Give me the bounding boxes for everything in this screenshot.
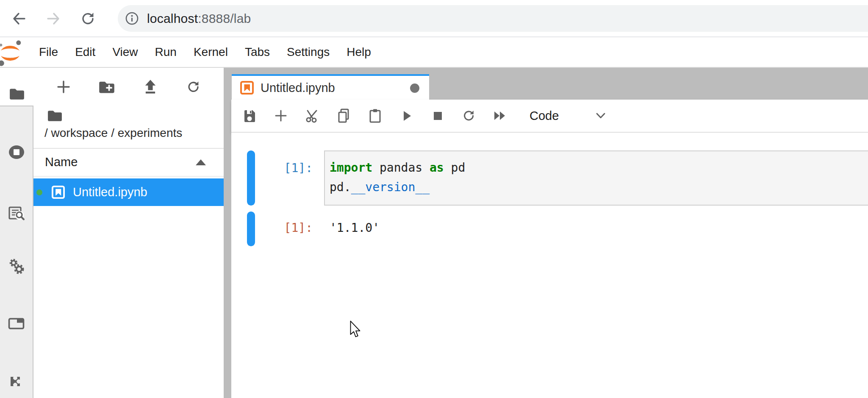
tab-dirty-indicator[interactable]: [410, 83, 419, 93]
sidebar-tab-open-tabs[interactable]: [8, 316, 25, 331]
cell-output-text: '1.1.0': [330, 218, 380, 238]
tab-untitled-ipynb[interactable]: Untitled.ipynb: [232, 74, 429, 100]
cut-button[interactable]: [297, 100, 328, 132]
input-prompt: [1]:: [255, 159, 313, 178]
interrupt-button[interactable]: [422, 100, 453, 132]
breadcrumb: / workspace / experiments: [33, 106, 224, 149]
refresh-icon: [185, 78, 202, 95]
copy-icon: [336, 108, 351, 124]
running-sessions-icon: [8, 145, 25, 160]
run-icon: [399, 108, 414, 123]
cell-type-value: Code: [530, 109, 559, 123]
stop-icon: [430, 108, 445, 123]
sidebar-tab-file-browser[interactable]: [0, 68, 33, 106]
file-browser-panel: / workspace / experiments Name Untitled.…: [33, 68, 224, 398]
menu-settings[interactable]: Settings: [278, 37, 338, 67]
command-palette-icon: [8, 205, 25, 221]
file-browser-toolbar: [33, 68, 224, 106]
url-path: :8888/lab: [198, 11, 251, 25]
sidebar-tab-extension-manager[interactable]: [8, 371, 25, 389]
upload-button[interactable]: [139, 76, 161, 98]
dock-tab-bar: Untitled.ipynb: [231, 68, 868, 100]
run-all-button[interactable]: [485, 100, 516, 132]
plus-icon: [273, 108, 288, 123]
back-arrow-icon: [10, 9, 28, 28]
browser-toolbar: localhost:8888/lab: [0, 0, 868, 37]
menu-help[interactable]: Help: [338, 37, 380, 67]
file-row-untitled-ipynb[interactable]: Untitled.ipynb: [33, 178, 224, 206]
menu-tabs[interactable]: Tabs: [236, 37, 278, 67]
code-token: pd.: [330, 180, 351, 194]
jupyterlab-shell: / workspace / experiments Name Untitled.…: [0, 68, 868, 398]
notebook-content: [1]: import pandas as pdpd.__version__ […: [231, 133, 868, 398]
notebook-panel: Untitled.ipynb: [231, 68, 868, 398]
file-list-header-name[interactable]: Name: [45, 149, 78, 175]
breadcrumb-path[interactable]: / workspace / experiments: [44, 126, 182, 140]
jupyterlab-window: localhost:8888/lab File Edit View Run Ke…: [0, 0, 868, 398]
restart-kernel-button[interactable]: [453, 100, 485, 132]
browser-reload-button[interactable]: [78, 9, 98, 28]
code-token: pd: [444, 161, 466, 175]
activity-bar: [0, 68, 33, 398]
notebook-file-icon: [51, 185, 65, 199]
save-icon: [242, 108, 257, 123]
puzzle-icon: [8, 371, 25, 389]
open-tabs-icon: [8, 316, 25, 331]
activity-bar-strip: [0, 106, 33, 398]
breadcrumb-home-folder-icon[interactable]: [47, 109, 63, 122]
sort-ascending-icon: [196, 159, 206, 165]
code-token: as: [430, 161, 444, 175]
url-text: localhost:8888/lab: [147, 11, 251, 26]
code-token: __version__: [351, 180, 430, 194]
browser-forward-button[interactable]: [44, 9, 63, 28]
clipboard-icon: [367, 108, 383, 124]
menu-file[interactable]: File: [31, 37, 67, 67]
chevron-down-icon: [594, 111, 607, 120]
jupyter-logo: [0, 39, 25, 67]
output-prompt: [1]:: [255, 218, 313, 238]
code-token: import: [330, 161, 372, 175]
save-button[interactable]: [234, 100, 265, 132]
cell-type-dropdown[interactable]: Code: [530, 109, 607, 123]
panel-splitter[interactable]: [224, 68, 231, 398]
code-editor[interactable]: import pandas as pdpd.__version__: [324, 150, 868, 206]
url-host: localhost: [147, 11, 198, 25]
address-bar[interactable]: localhost:8888/lab: [118, 5, 868, 32]
sidebar-tab-property-inspector[interactable]: [8, 258, 25, 274]
gears-icon: [8, 258, 25, 274]
refresh-button[interactable]: [183, 76, 205, 98]
kernel-running-dot: [36, 189, 42, 195]
tab-title: Untitled.ipynb: [261, 81, 335, 95]
notebook-tab-icon: [240, 81, 254, 95]
insert-cell-button[interactable]: [265, 100, 297, 132]
notebook-toolbar: Code: [231, 100, 868, 133]
mouse-cursor: [350, 320, 363, 340]
code-token: pandas: [372, 161, 430, 175]
copy-button[interactable]: [328, 100, 359, 132]
input-collapser[interactable]: [247, 150, 255, 206]
jupyterlab-menubar: File Edit View Run Kernel Tabs Settings …: [0, 37, 868, 68]
menu-kernel[interactable]: Kernel: [185, 37, 236, 67]
file-row-label: Untitled.ipynb: [73, 185, 147, 199]
forward-arrow-icon: [44, 9, 63, 28]
menu-run[interactable]: Run: [147, 37, 185, 67]
site-info-icon[interactable]: [125, 11, 139, 25]
reload-icon: [79, 9, 97, 28]
menu-view[interactable]: View: [104, 37, 146, 67]
plus-icon: [55, 78, 72, 95]
menu-edit[interactable]: Edit: [67, 37, 104, 67]
new-folder-button[interactable]: [96, 76, 118, 98]
upload-icon: [142, 78, 159, 95]
new-launcher-button[interactable]: [53, 76, 75, 98]
scissors-icon: [305, 108, 320, 123]
paste-button[interactable]: [359, 100, 391, 132]
sidebar-tab-running[interactable]: [8, 145, 25, 160]
output-collapser[interactable]: [247, 212, 255, 246]
restart-icon: [461, 108, 477, 124]
browser-back-button[interactable]: [9, 9, 29, 28]
sidebar-tab-command-palette[interactable]: [8, 205, 25, 221]
run-button[interactable]: [391, 100, 422, 132]
folder-icon: [9, 87, 25, 100]
new-folder-icon: [98, 80, 115, 94]
file-list-header[interactable]: Name: [33, 149, 224, 177]
